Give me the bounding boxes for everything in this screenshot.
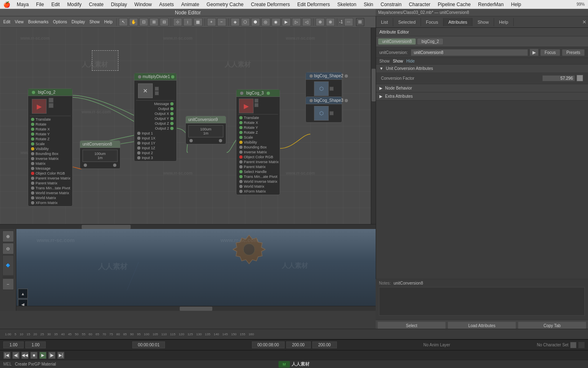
menu-help-ne[interactable]: Help [102,20,114,24]
menu-view-ne[interactable]: View [13,20,25,24]
select-tool-btn[interactable]: ↖ [119,18,128,26]
icon3[interactable]: ⬢ [251,18,260,26]
icon8[interactable]: ◁ [302,18,311,26]
menu-animate[interactable]: Animate [178,1,203,8]
menu-edit-ne[interactable]: Edit [2,20,12,24]
menu-display-ne[interactable]: Display [70,20,87,24]
node-multiplydivide1[interactable]: multiplyDivide1 ✕ Message Output Output … [134,73,177,162]
remove-btn[interactable]: − [217,18,226,26]
char-set-icon[interactable] [570,342,577,348]
attr-node-tab-bigcog2[interactable]: bigCog_2 [417,38,443,45]
step-back-btn[interactable]: ◀| [12,352,20,359]
bigcog2-out-port[interactable] [32,91,35,94]
extra-attributes-header[interactable]: ▶ Extra Attributes [376,92,588,100]
menu-create[interactable]: Create [86,1,107,8]
play-btn[interactable]: ▶ [39,352,47,359]
menu-options-ne[interactable]: Options [51,20,69,24]
attr-focus-arrow[interactable]: ▶ [530,49,539,56]
menu-pipeline-cache[interactable]: Pipeline Cache [434,1,474,8]
skip-end-btn[interactable]: ▶| [57,352,65,359]
viewport-ctrl-1[interactable]: ▲ [18,289,28,298]
view3-btn[interactable]: ▦ [194,18,203,26]
node-unitconversion9[interactable]: unitConversion9 100um1m [185,116,226,144]
canvas-scrollbar-h[interactable] [0,224,376,229]
side-btn-2[interactable]: ⊖ [2,243,14,254]
attr-focus-btn[interactable]: Focus [540,49,560,56]
node-bigcogshape3[interactable]: bigCog_Shape3 ⬡ [305,96,342,123]
node-unitconversion8[interactable]: unitConversion8 100um1m [80,140,120,169]
attr-tab-help[interactable]: Help [494,18,514,26]
node-bigcogshape2[interactable]: bigCog_Shape2 ⬡ [305,72,342,98]
attr-tab-focus[interactable]: Focus [421,18,443,26]
menu-window[interactable]: Window [131,1,155,8]
menu-assets[interactable]: Assets [156,1,177,8]
show-btn[interactable]: Show [393,59,403,63]
icon7[interactable]: ▷ [292,18,301,26]
canvas-scrollbar-v[interactable] [371,28,376,224]
menu-help[interactable]: Help [508,1,524,8]
grid-btn[interactable]: ⊹ [173,18,182,26]
end-frame1-input[interactable] [286,341,311,348]
scrollbar-v-thumb[interactable] [372,69,376,101]
notes-textarea[interactable] [379,287,585,316]
menu-geometry-cache[interactable]: Geometry Cache [203,1,247,8]
menu-modify[interactable]: Modify [64,1,85,8]
node-behavior-header[interactable]: ▶ Node Behavior [376,84,588,92]
side-btn-minus[interactable]: − [2,278,14,290]
hide-btn[interactable]: Hide [406,59,415,63]
menu-edit-deformers[interactable]: Edit Deformers [294,1,333,8]
frame-selected-btn[interactable]: ⊞ [149,18,158,26]
icon2[interactable]: ⬡ [241,18,250,26]
viewport-scrollbar-thumb[interactable] [180,307,212,311]
icon5[interactable]: ◉ [272,18,281,26]
icon1[interactable]: ◈ [231,18,240,26]
menu-display[interactable]: Display [108,1,130,8]
current-frame-input[interactable] [3,341,24,348]
attr-node-tab-unitconv8[interactable]: unitConversion8 [378,38,416,45]
attr-tab-selected[interactable]: Selected [393,18,421,26]
attr-focus-input[interactable] [411,49,528,56]
side-btn-1[interactable]: ⊕ [2,231,14,242]
attr-tab-show[interactable]: Show [472,18,494,26]
timeline-ruler[interactable]: 1.00 5 10 15 20 25 30 35 40 45 50 55 60 … [0,332,588,336]
menu-bookmarks-ne[interactable]: Bookmarks [27,20,50,24]
attr-close-btn[interactable]: ✕ [581,19,588,25]
menu-show-ne[interactable]: Show [88,20,101,24]
attr-tab-attributes[interactable]: Attributes [443,18,472,26]
add-btn[interactable]: + [207,18,216,26]
menu-file[interactable]: File [33,1,47,8]
current-time-input[interactable] [132,341,165,348]
menu-character[interactable]: Character [405,1,434,8]
end-frame2-input[interactable] [312,341,337,348]
skip-start-btn[interactable]: |◀ [3,352,11,359]
play-back-btn[interactable]: ◀◀ [21,352,29,359]
icon6[interactable]: ▶ [282,18,291,26]
menu-skeleton[interactable]: Skeleton [334,1,360,8]
menu-maya[interactable]: Maya [13,1,32,8]
node-bigcog2[interactable]: bigCog_2 ▶ Translate Rotate Rotate X Rot… [28,88,73,206]
step-fwd-btn[interactable]: |▶ [48,352,56,359]
node-bigcog3[interactable]: bigCog_3 ▶ Translate Rotate X Rotate Y R… [236,89,280,195]
stop-btn[interactable]: ■ [30,352,38,359]
conversion-factor-input[interactable] [542,75,575,81]
icon9[interactable]: ⊕ [316,18,325,26]
icon4[interactable]: ◎ [261,18,270,26]
viewport-scrollbar-h[interactable] [16,306,376,311]
menu-renderman[interactable]: RenderMan [475,1,507,8]
frame-all-btn[interactable]: ⊟ [160,18,169,26]
side-thumbnail1[interactable]: 🔷 [2,255,14,276]
menu-edit[interactable]: Edit [48,1,63,8]
grid-icon[interactable]: ⊞ [356,18,364,26]
attr-presets-btn[interactable]: Presets [562,49,585,56]
apple-logo[interactable]: 🍎 [3,1,10,8]
attr-tab-list[interactable]: List [376,18,393,26]
pan-tool-btn[interactable]: ✋ [129,18,138,26]
end-time-input[interactable] [252,341,285,348]
start-frame-input[interactable] [25,341,46,348]
unit-conversion-header[interactable]: ▼ Unit Conversion Attributes [376,65,588,72]
menu-skin[interactable]: Skin [361,1,376,8]
menu-constrain[interactable]: Constrain [377,1,405,8]
menu-create-deformers[interactable]: Create Deformers [248,1,293,8]
scrollbar-h-thumb[interactable] [82,225,131,229]
fit-btn[interactable]: ⊡ [139,18,148,26]
